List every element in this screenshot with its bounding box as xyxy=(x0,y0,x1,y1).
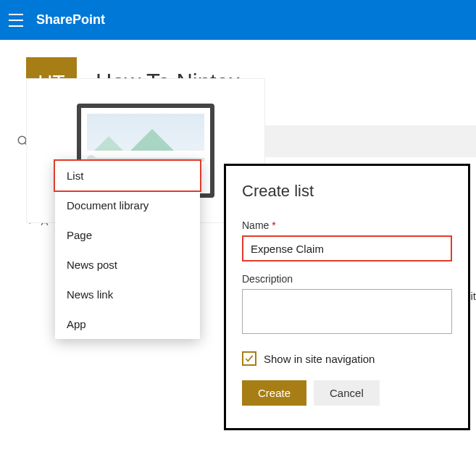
show-in-nav-label: Show in site navigation xyxy=(264,353,375,365)
show-in-nav-checkbox[interactable]: Show in site navigation xyxy=(242,351,452,366)
description-label: Description xyxy=(242,273,452,285)
brand-label[interactable]: SharePoint xyxy=(36,12,105,28)
new-dropdown-menu: List Document library Page News post New… xyxy=(55,161,200,339)
menu-item-app[interactable]: App xyxy=(55,309,200,339)
panel-title: Create list xyxy=(242,182,452,201)
checkbox-icon xyxy=(242,351,256,366)
name-input[interactable] xyxy=(242,235,452,261)
create-button[interactable]: Create xyxy=(242,380,306,406)
menu-item-page[interactable]: Page xyxy=(55,220,200,250)
menu-item-news-link[interactable]: News link xyxy=(55,280,200,309)
description-input[interactable] xyxy=(242,289,452,334)
cancel-button[interactable]: Cancel xyxy=(314,380,380,406)
app-launcher-icon[interactable] xyxy=(9,14,23,27)
suite-nav: SharePoint xyxy=(0,0,476,40)
menu-item-news-post[interactable]: News post xyxy=(55,250,200,280)
svg-point-0 xyxy=(18,136,26,144)
name-label: Name* xyxy=(242,219,452,231)
menu-item-list[interactable]: List xyxy=(54,159,201,192)
create-list-panel: Create list Name* Description Show in si… xyxy=(224,164,470,430)
menu-item-document-library[interactable]: Document library xyxy=(55,191,200,220)
